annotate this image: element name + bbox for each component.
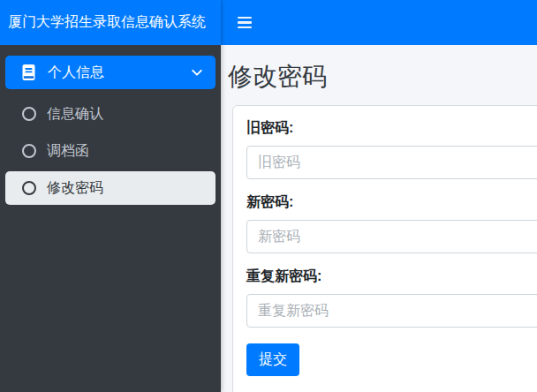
content-area: 修改密码 旧密码: 新密码: 重复新密码: 提交 <box>221 45 537 392</box>
old-password-input[interactable] <box>246 146 537 179</box>
brand[interactable]: 厦门大学招生录取信息确认系统 <box>0 0 221 45</box>
old-password-group: 旧密码: <box>246 119 537 179</box>
chevron-down-icon <box>191 66 203 79</box>
card-body: 旧密码: 新密码: 重复新密码: 提交 <box>233 106 537 389</box>
new-password-group: 新密码: <box>246 193 537 253</box>
new-password-input[interactable] <box>246 220 537 253</box>
change-password-card: 旧密码: 新密码: 重复新密码: 提交 <box>232 105 537 392</box>
sidebar-item-change-password[interactable]: 修改密码 <box>5 171 216 205</box>
page-title: 修改密码 <box>228 62 537 92</box>
menu-toggle-button[interactable] <box>238 17 252 29</box>
sidebar-item-transfer-letter[interactable]: 调档函 <box>5 134 216 168</box>
top-navbar <box>221 0 537 45</box>
sidebar-item-info-confirm[interactable]: 信息确认 <box>5 97 216 131</box>
sidebar-item-label: 调档函 <box>47 142 89 161</box>
circle-icon <box>22 107 36 121</box>
sidebar: 厦门大学招生录取信息确认系统 个人信息 <box>0 0 221 392</box>
repeat-password-label: 重复新密码: <box>246 268 537 286</box>
sidebar-item-label: 信息确认 <box>47 105 103 124</box>
sidebar-nav: 个人信息 信息确认 调档函 修改密码 <box>0 45 221 205</box>
hamburger-icon <box>238 17 252 19</box>
circle-icon <box>22 181 36 195</box>
new-password-label: 新密码: <box>246 193 537 212</box>
sidebar-item-label: 修改密码 <box>47 179 103 198</box>
circle-icon <box>22 144 36 158</box>
app-root: 厦门大学招生录取信息确认系统 个人信息 <box>0 0 537 392</box>
old-password-label: 旧密码: <box>246 119 537 138</box>
submit-button[interactable]: 提交 <box>246 343 299 376</box>
repeat-password-group: 重复新密码: <box>246 268 537 328</box>
book-icon <box>19 64 37 81</box>
sidebar-item-label: 个人信息 <box>48 64 104 82</box>
sidebar-item-personal-info[interactable]: 个人信息 <box>5 56 216 89</box>
repeat-password-input[interactable] <box>246 294 537 328</box>
brand-title: 厦门大学招生录取信息确认系统 <box>8 13 206 32</box>
